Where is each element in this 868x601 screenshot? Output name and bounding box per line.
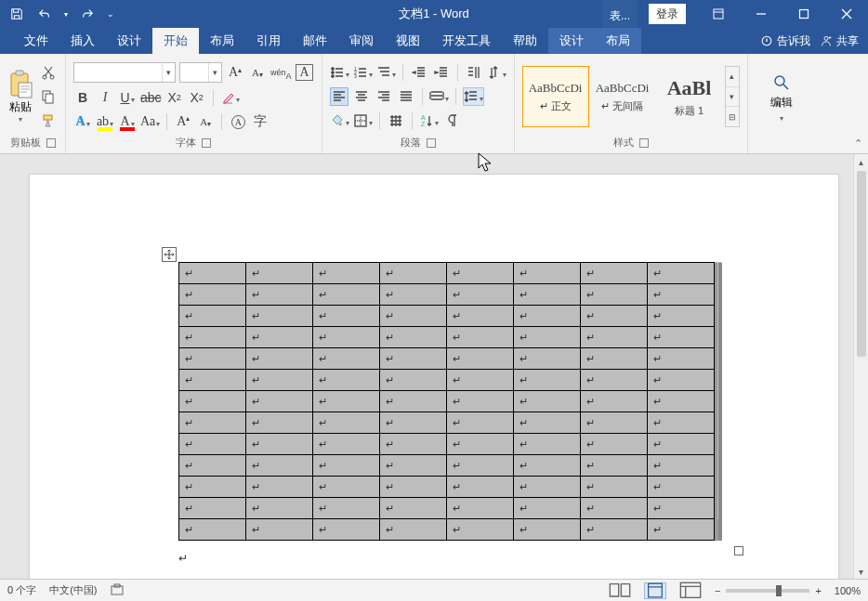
table-cell[interactable]: ↵ <box>581 306 648 327</box>
table-cell[interactable]: ↵ <box>179 327 246 348</box>
bullets-button[interactable] <box>330 63 349 82</box>
table-cell[interactable]: ↵ <box>313 519 380 541</box>
table-cell[interactable]: ↵ <box>648 263 715 284</box>
table-cell[interactable]: ↵ <box>179 348 246 370</box>
zoom-out-button[interactable]: − <box>715 585 720 596</box>
table-cell[interactable]: ↵ <box>246 498 313 519</box>
table-cell[interactable]: ↵ <box>179 391 246 412</box>
table-cell[interactable]: ↵ <box>380 284 447 306</box>
table-cell[interactable]: ↵ <box>246 477 313 498</box>
ribbon-display-options[interactable] <box>697 0 740 28</box>
tab-home[interactable]: 开始 <box>152 28 199 54</box>
zoom-track[interactable] <box>726 589 809 593</box>
table-cell[interactable]: ↵ <box>447 348 514 370</box>
tab-file[interactable]: 文件 <box>13 28 59 54</box>
table-cell[interactable]: ↵ <box>179 412 246 434</box>
undo-menu[interactable]: ▾ <box>61 3 71 25</box>
table-cell[interactable]: ↵ <box>246 370 313 391</box>
change-case-button[interactable]: Aa <box>140 112 160 131</box>
table-cell[interactable]: ↵ <box>581 263 648 284</box>
zoom-handle[interactable] <box>776 585 782 596</box>
table-cell[interactable]: ↵ <box>648 519 715 541</box>
table-cell[interactable]: ↵ <box>246 434 313 455</box>
numbering-button[interactable]: 123 <box>353 63 373 82</box>
font-color-button[interactable]: A <box>118 112 137 131</box>
cut-button[interactable] <box>39 63 58 82</box>
table-cell[interactable]: ↵ <box>380 477 447 498</box>
table-cell[interactable]: ↵ <box>648 391 715 412</box>
scroll-thumb[interactable] <box>857 171 866 357</box>
table-cell[interactable]: ↵ <box>447 519 514 541</box>
tab-table-layout[interactable]: 布局 <box>595 28 641 54</box>
tab-insert[interactable]: 插入 <box>59 28 106 54</box>
table-cell[interactable]: ↵ <box>313 412 380 434</box>
bold-button[interactable]: B <box>73 88 92 107</box>
zoom-level[interactable]: 100% <box>835 585 861 596</box>
zoom-slider[interactable]: − + <box>715 585 822 596</box>
font-size-combo[interactable]: ▾ <box>179 62 222 83</box>
share-button[interactable]: 共享 <box>820 33 859 49</box>
table-cell[interactable]: ↵ <box>246 263 313 284</box>
table-cell[interactable]: ↵ <box>380 263 447 284</box>
align-right-button[interactable] <box>375 87 393 106</box>
align-left-button[interactable] <box>330 87 349 106</box>
table-cell[interactable]: ↵ <box>179 498 246 519</box>
page[interactable]: ↵↵↵↵↵↵↵↵↵↵↵↵↵↵↵↵↵↵↵↵↵↵↵↵↵↵↵↵↵↵↵↵↵↵↵↵↵↵↵↵… <box>30 175 838 579</box>
tab-table-design[interactable]: 设计 <box>548 28 595 54</box>
table-cell[interactable]: ↵ <box>648 412 715 434</box>
qat-customize[interactable]: ⌄ <box>104 3 117 25</box>
table-cell[interactable]: ↵ <box>447 455 514 477</box>
table-cell[interactable]: ↵ <box>246 327 313 348</box>
minimize-button[interactable] <box>740 0 783 28</box>
read-mode-button[interactable] <box>609 582 631 599</box>
table-cell[interactable]: ↵ <box>179 455 246 477</box>
table-cell[interactable]: ↵ <box>246 391 313 412</box>
decrease-indent-button[interactable] <box>410 63 428 82</box>
text-direction-button[interactable] <box>487 63 506 82</box>
table-cell[interactable]: ↵ <box>246 284 313 306</box>
table-cell[interactable]: ↵ <box>380 412 447 434</box>
sign-in-button[interactable]: 登录 <box>649 4 686 24</box>
font-launcher[interactable] <box>202 138 211 148</box>
table-cell[interactable]: ↵ <box>648 498 715 519</box>
style-normal[interactable]: AaBbCcDi ↵ 正文 <box>522 66 589 127</box>
enclosed-char-button[interactable]: A <box>229 112 247 131</box>
vertical-scrollbar[interactable]: ▴ ▾ <box>853 154 868 579</box>
borders-button[interactable] <box>353 111 373 130</box>
table-cell[interactable]: ↵ <box>514 477 581 498</box>
table-cell[interactable]: ↵ <box>313 498 380 519</box>
table-cell[interactable]: ↵ <box>447 434 514 455</box>
char-shading-a-button[interactable]: A▴ <box>174 112 192 131</box>
table-cell[interactable]: ↵ <box>246 519 313 541</box>
table-cell[interactable]: ↵ <box>179 434 246 455</box>
character-enclose-button[interactable]: 字 <box>251 112 270 131</box>
table-cell[interactable]: ↵ <box>447 498 514 519</box>
scroll-down-button[interactable]: ▾ <box>854 564 868 579</box>
table-cell[interactable]: ↵ <box>380 434 447 455</box>
table-cell[interactable]: ↵ <box>581 348 648 370</box>
table-cell[interactable]: ↵ <box>246 348 313 370</box>
char-shading-a2-button[interactable]: A▾ <box>196 112 215 131</box>
superscript-button[interactable]: X2 <box>188 88 206 107</box>
table-cell[interactable]: ↵ <box>246 455 313 477</box>
table-cell[interactable]: ↵ <box>447 370 514 391</box>
table-cell[interactable]: ↵ <box>380 306 447 327</box>
zoom-in-button[interactable]: + <box>815 585 821 596</box>
underline-button[interactable]: U <box>118 88 137 107</box>
tab-design[interactable]: 设计 <box>106 28 152 54</box>
table-cell[interactable]: ↵ <box>514 412 581 434</box>
table-cell[interactable]: ↵ <box>581 477 648 498</box>
character-border-button[interactable]: A <box>296 63 314 82</box>
table-cell[interactable]: ↵ <box>179 263 246 284</box>
increase-indent-button[interactable] <box>432 63 451 82</box>
tab-references[interactable]: 引用 <box>245 28 292 54</box>
table-cell[interactable]: ↵ <box>246 306 313 327</box>
table-cell[interactable]: ↵ <box>514 327 581 348</box>
table-cell[interactable]: ↵ <box>447 327 514 348</box>
table-cell[interactable]: ↵ <box>313 455 380 477</box>
subscript-button[interactable]: X2 <box>165 88 184 107</box>
font-family-combo[interactable]: ▾ <box>73 62 176 83</box>
table-cell[interactable]: ↵ <box>380 391 447 412</box>
table-cell[interactable]: ↵ <box>581 391 648 412</box>
word-count[interactable]: 0 个字 <box>7 583 36 597</box>
